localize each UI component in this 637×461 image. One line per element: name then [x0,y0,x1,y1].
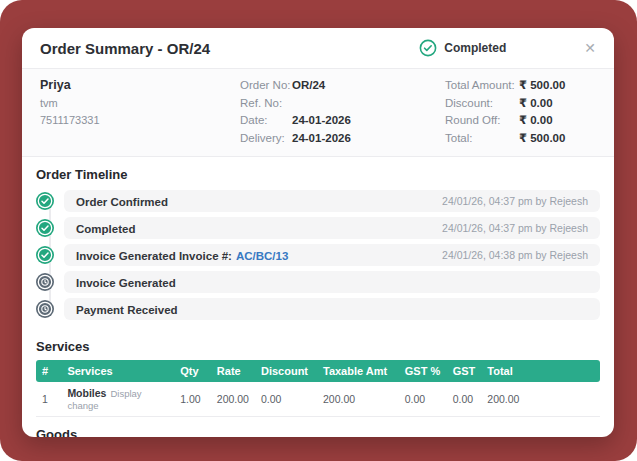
timeline-clock-icon [36,300,54,318]
modal-header: Order Summary - OR/24 Completed ✕ [22,28,614,69]
discount-label: Discount: [445,96,519,112]
timeline-item: Payment Received [36,298,600,320]
date-label: Date: [240,113,292,129]
invoice-number-link[interactable]: AC/BC/13 [236,250,288,262]
customer-block: Priya tvm 7511173331 [40,78,240,146]
close-icon[interactable]: ✕ [584,41,596,55]
table-cell: 1.00 [174,382,211,417]
table-cell: 1 [36,382,61,417]
table-cell: 0.00 [447,382,482,417]
table-cell: 0.00 [399,382,447,417]
delivery-value: 24-01-2026 [292,131,351,147]
customer-name: Priya [40,78,240,92]
timeline-item-timestamp: 24/01/26, 04:37 pm by Rejeesh [442,195,588,207]
status-badge: Completed [419,39,506,57]
table-cell: 200.00 [211,382,255,417]
timeline-pill: Order Confirmed24/01/26, 04:37 pm by Rej… [64,190,600,212]
total-value: ₹ 500.00 [519,131,565,147]
total-amount-value: ₹ 500.00 [519,78,565,94]
item-name: Mobiles [67,387,106,399]
ref-no-label: Ref. No: [240,96,292,112]
totals-block: Total Amount:₹ 500.00 Discount:₹ 0.00 Ro… [445,78,596,146]
services-heading: Services [22,339,614,354]
table-column-header: Total [481,360,600,382]
table-column-header: Discount [255,360,317,382]
timeline-item: Order Confirmed24/01/26, 04:37 pm by Rej… [36,190,600,212]
round-off-value: ₹ 0.00 [519,113,553,129]
timeline-check-icon [36,246,54,264]
customer-location: tvm [40,95,240,112]
table-column-header: GST % [399,360,447,382]
timeline-pill: Invoice Generated Invoice #:AC/BC/1324/0… [64,244,600,266]
table-cell: 200.00 [317,382,399,417]
status-badge-label: Completed [444,41,506,55]
table-cell: 200.00 [481,382,600,417]
timeline-item-label: Invoice Generated Invoice #: [76,250,232,262]
timeline-pill: Payment Received [64,298,600,320]
date-value: 24-01-2026 [292,113,351,129]
timeline-pill: Completed24/01/26, 04:37 pm by Rejeesh [64,217,600,239]
table-column-header: Rate [211,360,255,382]
timeline-pill: Invoice Generated [64,271,600,293]
app-background: Order Summary - OR/24 Completed ✕ Priya … [0,0,637,461]
timeline-item: Completed24/01/26, 04:37 pm by Rejeesh [36,217,600,239]
order-no-value: OR/24 [292,78,325,94]
order-summary-modal: Order Summary - OR/24 Completed ✕ Priya … [22,28,614,437]
timeline-item-label: Invoice Generated [76,277,176,289]
table-column-header: GST [447,360,482,382]
timeline-item: Invoice Generated Invoice #:AC/BC/1324/0… [36,244,600,266]
timeline-heading: Order Timeline [22,167,614,182]
discount-value: ₹ 0.00 [519,96,553,112]
table-column-header: Qty [174,360,211,382]
modal-title: Order Summary - OR/24 [40,40,419,57]
timeline-list: Order Confirmed24/01/26, 04:37 pm by Rej… [22,188,614,329]
table-cell: MobilesDisplay change [61,382,174,417]
timeline-item-label: Order Confirmed [76,196,168,208]
timeline-item-label: Completed [76,223,135,235]
timeline-item-label: Payment Received [76,304,178,316]
order-no-label: Order No: [240,78,292,94]
order-info-section: Priya tvm 7511173331 Order No:OR/24 Ref.… [22,69,614,157]
table-column-header: Services [61,360,174,382]
timeline-item-timestamp: 24/01/26, 04:37 pm by Rejeesh [442,222,588,234]
customer-phone: 7511173331 [40,112,240,129]
total-amount-label: Total Amount: [445,78,519,94]
goods-heading: Goods [22,427,614,437]
round-off-label: Round Off: [445,113,519,129]
table-row: 1MobilesDisplay change1.00200.000.00200.… [36,382,600,417]
services-table-header-row: #ServicesQtyRateDiscountTaxable AmtGST %… [36,360,600,382]
completed-check-icon [419,39,437,57]
table-column-header: # [36,360,61,382]
timeline-item: Invoice Generated [36,271,600,293]
timeline-clock-icon [36,273,54,291]
table-column-header: Taxable Amt [317,360,399,382]
timeline-item-timestamp: 24/01/26, 04:38 pm by Rejeesh [442,249,588,261]
timeline-check-icon [36,219,54,237]
delivery-label: Delivery: [240,131,292,147]
order-details-block: Order No:OR/24 Ref. No: Date:24-01-2026 … [240,78,445,146]
services-table: #ServicesQtyRateDiscountTaxable AmtGST %… [36,360,600,417]
table-cell: 0.00 [255,382,317,417]
timeline-check-icon [36,192,54,210]
total-label: Total: [445,131,519,147]
